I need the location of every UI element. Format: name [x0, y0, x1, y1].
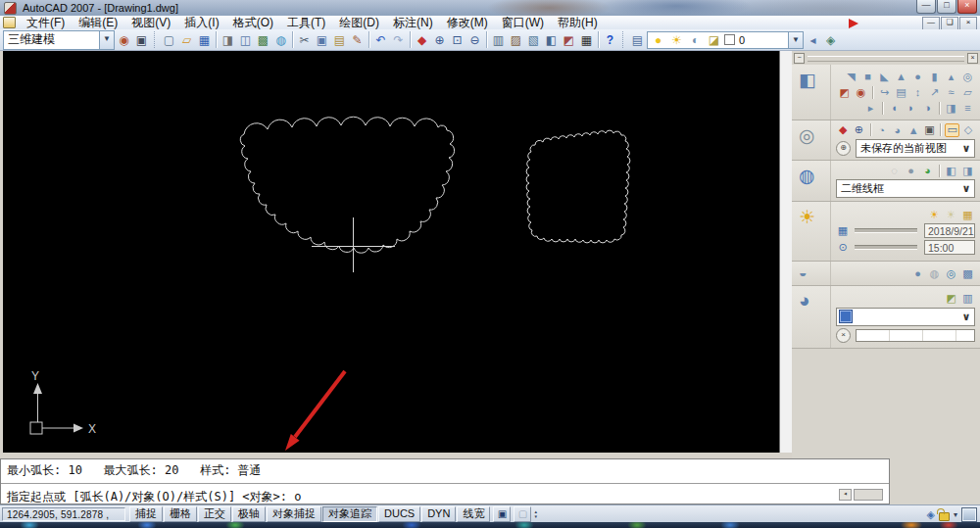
workspace-settings-icon[interactable]: ◉ [116, 31, 132, 48]
materials-icon[interactable]: ◩ [944, 292, 958, 306]
press-pull-icon[interactable]: ↕ [910, 85, 925, 99]
cancel-render-icon[interactable]: × [836, 328, 851, 343]
planar-surface-icon[interactable]: ▱ [960, 85, 975, 99]
dashboard-close-icon[interactable]: × [967, 53, 978, 64]
visual-style-panel-icon[interactable]: ◍ [799, 165, 815, 187]
zoom-window-icon[interactable]: ⊡ [449, 31, 466, 48]
publish-icon[interactable]: ▩ [255, 31, 271, 48]
visual-style-realistic-icon[interactable]: ◕ [920, 164, 935, 177]
fog-icon[interactable]: ◍ [927, 266, 942, 280]
pan-icon[interactable]: ◆ [836, 123, 850, 137]
layer-freeze-vp-icon[interactable]: ◐ [687, 31, 704, 48]
extrude-icon[interactable]: ◩ [837, 85, 852, 99]
loft-icon[interactable]: ▤ [894, 85, 908, 99]
parallel-projection-icon[interactable]: ▭ [945, 123, 958, 137]
zoom-icon[interactable]: ⊕ [852, 123, 865, 137]
menu-item-9[interactable]: 修改(M) [440, 16, 495, 29]
new-file-icon[interactable]: ▢ [161, 31, 177, 48]
sun-status-icon[interactable]: ☀ [927, 208, 942, 221]
undo-icon[interactable]: ↶ [372, 31, 389, 48]
layers-icon[interactable]: ▤ [629, 31, 646, 48]
layer-on-bulb-icon[interactable]: ● [650, 31, 666, 48]
redo-icon[interactable]: ↷ [390, 31, 407, 48]
status-spinner[interactable]: ▴▾ [534, 509, 537, 519]
toggle-线宽[interactable]: 线宽 [457, 506, 490, 522]
polysolid-icon[interactable]: ◥ [844, 70, 858, 83]
render-preset-dropdown[interactable]: ∨ [836, 308, 975, 326]
free-orbit-icon[interactable]: ◕ [891, 123, 905, 137]
toolbar-grabber[interactable] [154, 31, 157, 48]
revolve-icon[interactable]: ◉ [854, 85, 868, 99]
thicken-icon[interactable]: ≡ [960, 101, 975, 115]
quickcalc-icon[interactable]: ▦ [578, 31, 595, 48]
convert-to-solid-icon[interactable]: ▸ [863, 101, 878, 115]
markup-manager-icon[interactable]: ◩ [561, 31, 577, 48]
drawing-canvas[interactable]: Y X [3, 51, 779, 453]
doc-close-button[interactable]: × [959, 17, 977, 30]
doc-restore-button[interactable]: ❏ [941, 17, 958, 30]
maximize-button[interactable]: □ [937, 0, 956, 14]
workspace-combo[interactable]: 三维建模 ▼ [3, 30, 115, 50]
perspective-projection-icon[interactable]: ◇ [961, 123, 975, 137]
3d-move-icon[interactable]: ↗ [927, 85, 942, 99]
texture-on-icon[interactable]: ▩ [960, 266, 975, 280]
cut-icon[interactable]: ✂ [296, 31, 313, 48]
model-space-icon[interactable]: ▣ [493, 506, 511, 522]
copy-icon[interactable]: ▣ [314, 31, 330, 48]
unlock-icon[interactable] [939, 512, 950, 521]
dashboard-grip[interactable] [808, 56, 964, 62]
walk-icon[interactable]: ▲ [906, 123, 920, 137]
toggle-对象追踪[interactable]: 对象追踪 [322, 506, 377, 522]
layer-combo[interactable]: ●☀◐◪ 0 ▼ [647, 31, 804, 49]
render-env-panel-icon[interactable]: ◒ [799, 264, 807, 280]
toggle-对象捕捉[interactable]: 对象捕捉 [267, 506, 321, 522]
visual-style-hidden-icon[interactable]: ● [904, 164, 918, 177]
match-properties-icon[interactable]: ✎ [349, 31, 366, 48]
chevron-down-icon[interactable]: ▼ [99, 31, 114, 49]
toggle-DUCS[interactable]: DUCS [378, 506, 420, 522]
canvas-right-scroll-strip[interactable] [779, 51, 793, 453]
wedge-primitive-icon[interactable]: ◣ [877, 70, 892, 83]
layout-icon[interactable]: ▢ [514, 506, 531, 522]
designcenter-icon[interactable]: ▨ [508, 31, 524, 48]
properties-palette-icon[interactable]: ▥ [490, 31, 507, 48]
clean-screen-icon[interactable] [961, 507, 977, 522]
visual-style-dropdown[interactable]: 二维线框 ∨ [836, 179, 975, 198]
layer-previous-icon[interactable]: ◂ [805, 31, 821, 48]
toggle-捕捉[interactable]: 捕捉 [129, 506, 163, 522]
open-file-icon[interactable]: ▱ [178, 31, 195, 48]
union-icon[interactable]: ◖ [887, 101, 902, 115]
tool-palettes-icon[interactable]: ▧ [525, 31, 542, 48]
menu-item-11[interactable]: 帮助(H) [551, 16, 605, 29]
render-window-icon[interactable]: ▥ [960, 292, 975, 306]
chevron-down-icon[interactable]: ∨ [958, 142, 974, 155]
menu-item-4[interactable]: 插入(I) [177, 16, 225, 29]
visual-style-2dwireframe-icon[interactable]: ◌ [887, 164, 902, 177]
sphere-primitive-icon[interactable]: ● [910, 70, 925, 83]
menu-item-5[interactable]: 格式(O) [226, 16, 280, 29]
render-panel-teapot-icon[interactable]: ◕ [799, 290, 809, 312]
toggle-极轴[interactable]: 极轴 [232, 506, 266, 522]
toggle-栅格[interactable]: 栅格 [164, 506, 197, 522]
plot-preview-icon[interactable]: ◫ [237, 31, 254, 48]
menu-item-3[interactable]: 视图(V) [124, 16, 177, 29]
sky-status-icon[interactable]: ☀ [944, 208, 958, 221]
save-icon[interactable]: ▦ [196, 31, 213, 48]
communication-center-icon[interactable]: ◈ [927, 508, 935, 521]
advanced-render-settings-icon[interactable]: ◎ [944, 266, 958, 280]
command-scrollbar[interactable]: ◂ [839, 489, 883, 501]
3d-make-panel-icon[interactable]: ◧ [799, 69, 816, 91]
menu-item-8[interactable]: 标注(N) [386, 16, 440, 29]
sun-properties-icon[interactable]: ▦ [960, 208, 975, 221]
torus-primitive-icon[interactable]: ◎ [960, 70, 975, 83]
helix-icon[interactable]: ≈ [944, 85, 958, 99]
light-panel-icon[interactable]: ☀ [799, 206, 815, 228]
sun-date-slider[interactable] [855, 228, 917, 233]
camera-icon[interactable]: ▣ [922, 123, 936, 137]
sun-time-value[interactable]: 15:00 [924, 240, 975, 255]
close-button[interactable]: × [957, 0, 977, 14]
menu-item-10[interactable]: 窗口(W) [495, 16, 551, 29]
sun-time-slider[interactable] [855, 245, 917, 250]
3d-dwf-icon[interactable]: ◍ [272, 31, 289, 48]
pan-realtime-icon[interactable]: ◆ [414, 31, 430, 48]
